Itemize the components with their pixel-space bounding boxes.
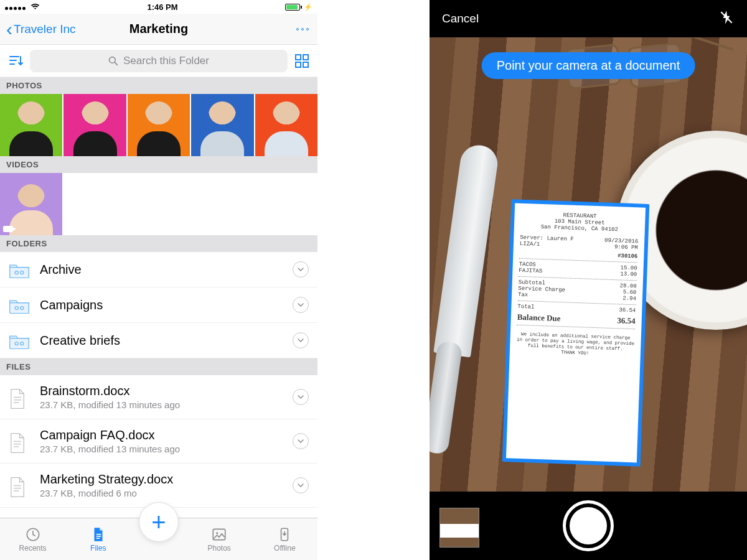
shared-folder-icon (9, 332, 30, 349)
folder-name: Campaigns (40, 298, 283, 312)
section-header-photos: PHOTOS (0, 77, 317, 94)
receipt-item-name: FAJITAS (519, 268, 542, 274)
tab-label: Offline (274, 544, 295, 553)
page-title: Marketing (129, 22, 188, 36)
svg-rect-23 (96, 536, 101, 537)
file-row[interactable]: Brainstorm.docx23.7 KB, modified 13 minu… (0, 375, 317, 419)
back-label: Traveler Inc (14, 22, 76, 36)
cancel-button[interactable]: Cancel (442, 12, 479, 26)
photo-thumbnail[interactable] (255, 94, 317, 156)
svg-rect-14 (14, 402, 19, 403)
svg-rect-5 (303, 62, 308, 67)
search-placeholder: Search this Folder (123, 55, 209, 67)
nav-bar: ‹ Traveler Inc Marketing (0, 14, 317, 45)
more-options-button[interactable] (294, 26, 311, 33)
expand-chevron-icon[interactable] (293, 477, 309, 493)
tab-label: Files (90, 544, 106, 553)
back-button[interactable]: ‹ Traveler Inc (6, 20, 76, 39)
camera-hint: Point your camera at a document (482, 52, 695, 79)
section-header-videos: VIDEOS (0, 156, 317, 173)
document-icon (9, 432, 30, 450)
file-row[interactable]: Campaign FAQ.docx23.7 KB, modified 13 mi… (0, 419, 317, 464)
file-meta: 23.7 KB, modified 13 minutes ago (40, 444, 283, 454)
clock: 1:46 PM (147, 2, 177, 12)
document-icon (9, 477, 30, 494)
last-capture-thumbnail[interactable] (439, 508, 479, 548)
signal-strength-icon (5, 2, 27, 12)
tab-files[interactable]: Files (73, 526, 123, 553)
camera-scanner-screen: Cancel RESTAURANT 103 Main Street San Fr… (430, 0, 747, 560)
shared-folder-icon (9, 261, 30, 278)
document-icon (9, 388, 30, 406)
flash-off-icon[interactable] (718, 9, 735, 29)
video-thumbnail[interactable] (0, 173, 62, 235)
shutter-button[interactable] (563, 500, 614, 551)
plus-icon: + (151, 508, 166, 536)
file-name: Brainstorm.docx (40, 384, 283, 398)
svg-rect-2 (296, 55, 301, 60)
detected-document: RESTAURANT 103 Main Street San Francisco… (506, 203, 646, 462)
file-browser-screen: 1:46 PM ⚡ ‹ Traveler Inc Marketing Searc… (0, 0, 317, 560)
svg-rect-3 (303, 55, 308, 60)
file-icon (90, 526, 106, 543)
svg-rect-19 (14, 488, 21, 489)
svg-rect-24 (96, 538, 100, 539)
file-meta: 23.7 KB, modified 13 minutes ago (40, 399, 283, 410)
expand-chevron-icon[interactable] (293, 389, 309, 405)
search-row: Search this Folder (0, 45, 317, 77)
svg-rect-4 (296, 62, 301, 67)
photo-thumbnail[interactable] (191, 94, 253, 156)
receipt-item-price: 13.00 (620, 271, 637, 278)
svg-rect-20 (14, 490, 19, 492)
shared-folder-icon (9, 296, 30, 314)
photo-thumbnail[interactable] (128, 94, 190, 156)
photo-thumbnail[interactable] (63, 94, 126, 156)
video-strip (0, 173, 317, 235)
charging-icon: ⚡ (304, 3, 312, 11)
svg-line-1 (115, 62, 117, 65)
tab-photos[interactable]: Photos (194, 526, 244, 553)
file-meta: 23.7 KB, modified 6 mo (40, 488, 283, 498)
camera-viewfinder: RESTAURANT 103 Main Street San Francisco… (430, 37, 747, 492)
file-row[interactable]: Marketing Strategy.docx23.7 KB, modified… (0, 464, 317, 508)
tab-offline[interactable]: Offline (260, 526, 309, 553)
tab-label: Photos (207, 544, 230, 553)
image-icon (211, 526, 227, 543)
download-icon (276, 526, 293, 543)
svg-rect-25 (213, 529, 225, 539)
file-name: Marketing Strategy.docx (40, 472, 283, 487)
folder-name: Creative briefs (40, 334, 283, 348)
photo-thumbnail[interactable] (0, 94, 62, 156)
svg-rect-13 (14, 399, 21, 401)
expand-chevron-icon[interactable] (293, 261, 309, 278)
svg-rect-15 (14, 441, 21, 442)
svg-rect-22 (96, 533, 101, 534)
shutter-inner-icon (570, 507, 607, 544)
battery-icon (285, 4, 300, 11)
section-header-folders: FOLDERS (0, 235, 317, 252)
status-bar: 1:46 PM ⚡ (0, 0, 317, 14)
file-name: Campaign FAQ.docx (40, 428, 283, 442)
tab-recents[interactable]: Recents (8, 526, 58, 553)
expand-chevron-icon[interactable] (293, 297, 309, 313)
photo-strip (0, 94, 317, 156)
wifi-icon (31, 2, 40, 12)
receipt: RESTAURANT 103 Main Street San Francisco… (506, 203, 646, 462)
camera-bottom-bar (430, 492, 747, 560)
folder-name: Archive (40, 263, 283, 277)
grid-view-button[interactable] (294, 53, 310, 69)
sort-button[interactable] (7, 53, 24, 69)
svg-rect-17 (14, 446, 19, 447)
svg-point-0 (110, 57, 116, 63)
folder-row[interactable]: Archive (0, 252, 317, 287)
svg-rect-12 (14, 397, 21, 398)
svg-rect-18 (14, 485, 21, 487)
add-button[interactable]: + (139, 502, 179, 542)
svg-rect-16 (14, 444, 21, 445)
expand-chevron-icon[interactable] (293, 332, 309, 348)
folder-row[interactable]: Creative briefs (0, 323, 317, 358)
search-input[interactable]: Search this Folder (30, 50, 288, 72)
camera-top-bar: Cancel (430, 0, 747, 37)
folder-row[interactable]: Campaigns (0, 287, 317, 323)
expand-chevron-icon[interactable] (293, 433, 309, 449)
